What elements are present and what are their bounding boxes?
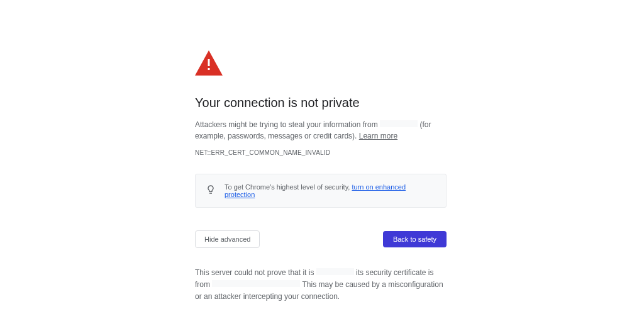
hide-advanced-button[interactable]: Hide advanced xyxy=(195,230,260,248)
warning-description: Attackers might be trying to steal your … xyxy=(195,119,447,142)
warning-triangle-icon xyxy=(195,50,447,78)
page-heading: Your connection is not private xyxy=(195,96,447,110)
back-to-safety-button[interactable]: Back to safety xyxy=(383,231,447,247)
desc-prefix: Attackers might be trying to steal your … xyxy=(195,120,380,129)
redacted-domain xyxy=(380,120,418,127)
learn-more-link[interactable]: Learn more xyxy=(359,132,397,140)
lightbulb-icon xyxy=(206,184,216,197)
button-row: Hide advanced Back to safety xyxy=(195,230,447,248)
enhanced-protection-infobox: To get Chrome's highest level of securit… xyxy=(195,174,447,208)
error-page: Your connection is not private Attackers… xyxy=(195,0,447,316)
svg-rect-1 xyxy=(208,59,210,66)
infobox-text: To get Chrome's highest level of securit… xyxy=(225,183,436,198)
redacted-domain-2 xyxy=(316,268,354,275)
advanced-details: This server could not prove that it is i… xyxy=(195,267,447,303)
infobox-prefix: To get Chrome's highest level of securit… xyxy=(225,183,352,191)
details-part1: This server could not prove that it is xyxy=(195,268,316,277)
svg-rect-2 xyxy=(208,68,210,70)
error-code: NET::ERR_CERT_COMMON_NAME_INVALID xyxy=(195,149,447,156)
redacted-cert-source xyxy=(212,280,300,287)
